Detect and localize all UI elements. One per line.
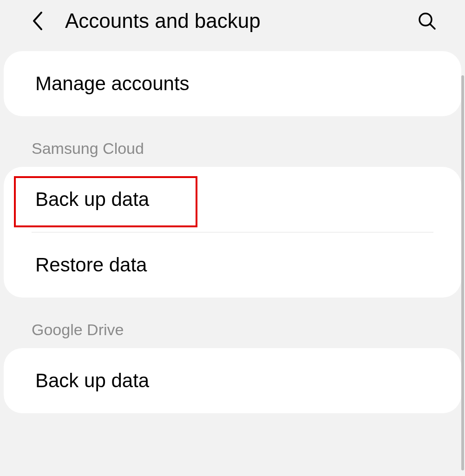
svg-line-1 — [430, 24, 435, 29]
header: Accounts and backup — [0, 0, 465, 51]
list-item-label: Back up data — [35, 188, 149, 210]
manage-accounts-item[interactable]: Manage accounts — [4, 51, 461, 116]
samsung-back-up-data-item[interactable]: Back up data — [4, 167, 461, 232]
list-item-label: Back up data — [35, 370, 149, 391]
google-back-up-data-item[interactable]: Back up data — [4, 348, 461, 413]
list-item-label: Manage accounts — [35, 73, 190, 94]
samsung-restore-data-item[interactable]: Restore data — [4, 232, 461, 298]
scrollbar[interactable] — [461, 75, 464, 470]
list-item-label: Restore data — [35, 254, 147, 276]
card-accounts: Manage accounts — [4, 51, 461, 116]
back-icon[interactable] — [28, 12, 46, 30]
page-title: Accounts and backup — [65, 9, 417, 33]
section-header-samsung-cloud: Samsung Cloud — [0, 116, 465, 167]
search-icon[interactable] — [417, 11, 437, 31]
section-header-google-drive: Google Drive — [0, 298, 465, 348]
card-google-drive: Back up data — [4, 348, 461, 413]
card-samsung-cloud: Back up data Restore data — [4, 167, 461, 298]
content-area: Manage accounts Samsung Cloud Back up da… — [0, 51, 465, 413]
